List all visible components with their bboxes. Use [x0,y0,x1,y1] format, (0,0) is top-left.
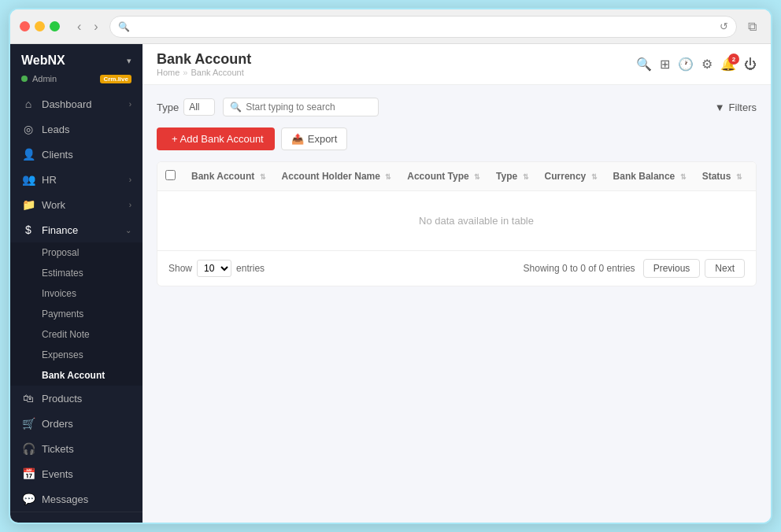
table-header-row: Bank Account ⇅ Account Holder Name ⇅ Acc… [157,162,757,191]
finance-icon: $ [21,224,35,236]
actions-row: + Add Bank Account 📤 Export [157,127,757,150]
sidebar-item-dashboard[interactable]: ⌂ Dashboard › [10,91,143,116]
sort-icon[interactable]: ⇅ [260,173,266,181]
sort-icon[interactable]: ⇅ [523,173,529,181]
type-select[interactable]: All [183,98,215,116]
sort-icon[interactable]: ⇅ [736,173,742,181]
sidebar-item-hr[interactable]: 👥 HR › [10,167,143,192]
col-bank-balance: Bank Balance ⇅ [605,162,694,191]
dashboard-icon: ⌂ [21,98,35,110]
admin-status-dot [21,76,28,82]
sidebar-item-events[interactable]: 📅 Events [10,461,143,486]
address-input[interactable] [135,21,715,32]
sidebar-item-label: Messages [42,493,88,505]
col-account-holder-name: Account Holder Name ⇅ [274,162,400,191]
sidebar-sub-item-bank-account[interactable]: Bank Account [10,365,143,386]
main-content: Bank Account Home » Bank Account 🔍 ⊞ 🕐 ⚙… [143,44,771,523]
search-button[interactable]: 🔍 [636,57,652,72]
clients-icon: 👤 [21,148,35,161]
table-footer: Show 10 25 50 entries Showing 0 to 0 of … [157,250,756,286]
orders-icon: 🛒 [21,417,35,430]
traffic-light-yellow[interactable] [35,21,45,31]
sort-icon[interactable]: ⇅ [591,173,598,181]
logo-text: WebNX [21,54,65,68]
sidebar-item-products[interactable]: 🛍 Products [10,386,143,411]
export-icon: 📤 [291,133,304,145]
sidebar-item-label: Clients [42,149,73,161]
sidebar-item-finance[interactable]: $ Finance ⌄ [10,217,143,242]
traffic-light-red[interactable] [20,21,30,31]
sidebar-item-label: Events [42,468,73,480]
sidebar-item-messages[interactable]: 💬 Messages [10,486,143,512]
notifications-button[interactable]: 🔔 2 [720,57,736,72]
add-bank-account-button[interactable]: + Add Bank Account [157,127,275,150]
select-all-checkbox[interactable] [165,170,176,180]
next-button[interactable]: Next [705,259,745,278]
sidebar-collapse-button[interactable]: ‹ [21,520,25,523]
export-label: Export [308,133,338,145]
filters-button[interactable]: ▼ Filters [715,102,757,113]
breadcrumb-current: Bank Account [191,68,243,77]
sidebar-sub-item-invoices[interactable]: Invoices [10,283,143,304]
chevron-right-icon: › [129,100,131,109]
chevron-right-icon: › [129,201,131,209]
export-button[interactable]: 📤 Export [281,127,348,150]
sidebar-item-orders[interactable]: 🛒 Orders [10,411,143,436]
sidebar-logo[interactable]: WebNX ▾ [10,44,143,74]
hr-icon: 👥 [21,173,35,186]
sidebar-item-label: Tickets [42,443,74,455]
page-title-area: Bank Account Home » Bank Account [157,51,251,77]
sidebar-sub-item-credit-note[interactable]: Credit Note [10,324,143,345]
col-action: Action [750,162,757,191]
sidebar-item-label: Leads [42,124,69,135]
show-label: Show [168,263,192,274]
power-button[interactable]: ⏻ [744,57,757,72]
no-data-message: No data available in table [157,191,757,251]
sidebar-item-work[interactable]: 📁 Work › [10,192,143,217]
grid-button[interactable]: ⊞ [660,57,670,72]
forward-button[interactable]: › [89,18,102,35]
sidebar-help-button[interactable]: ? [125,520,131,523]
window-action-button[interactable]: ⧉ [743,18,761,35]
toolbar-right: ▼ Filters [715,102,757,113]
clock-button[interactable]: 🕐 [678,57,694,72]
sort-icon[interactable]: ⇅ [680,173,687,181]
breadcrumb-home: Home [157,68,180,77]
col-currency: Currency ⇅ [537,162,605,191]
notification-badge: 2 [728,54,739,65]
chevron-down-icon: ⌄ [125,226,131,235]
sidebar-admin-area: Admin Crm.live [10,74,143,91]
sidebar-sub-item-payments[interactable]: Payments [10,304,143,324]
chevron-right-icon: › [129,175,131,184]
search-icon: 🔍 [230,102,242,113]
entries-label: entries [236,263,265,274]
sidebar-sub-item-proposal[interactable]: Proposal [10,242,143,263]
entries-select[interactable]: 10 25 50 [197,260,231,277]
refresh-icon[interactable]: ↺ [720,20,728,32]
sidebar-item-leads[interactable]: ◎ Leads [10,116,143,142]
products-icon: 🛍 [21,392,35,405]
sidebar-sub-item-expenses[interactable]: Expenses [10,345,143,365]
topbar: Bank Account Home » Bank Account 🔍 ⊞ 🕐 ⚙… [143,44,771,85]
add-label: + Add Bank Account [172,133,264,145]
sidebar-bottom: ‹ ? [10,512,143,523]
sidebar-sub-item-estimates[interactable]: Estimates [10,263,143,283]
sort-icon[interactable]: ⇅ [385,173,391,181]
page-title: Bank Account [157,51,251,68]
search-box: 🔍 [223,98,379,116]
settings-button[interactable]: ⚙ [701,57,713,72]
sidebar-item-tickets[interactable]: 🎧 Tickets [10,436,143,461]
filter-toolbar: Type All 🔍 ▼ Filters [157,98,757,116]
sort-icon[interactable]: ⇅ [474,173,480,181]
leads-icon: ◎ [21,123,35,135]
previous-button[interactable]: Previous [643,259,701,278]
search-input[interactable] [246,102,372,113]
table-no-data-row: No data available in table [157,191,757,251]
sidebar-item-clients[interactable]: 👤 Clients [10,142,143,167]
sidebar-item-label: HR [42,174,57,186]
col-status: Status ⇅ [694,162,750,191]
traffic-light-green[interactable] [50,21,60,31]
work-icon: 📁 [21,198,35,211]
breadcrumb: Home » Bank Account [157,68,251,77]
back-button[interactable]: ‹ [72,18,86,35]
